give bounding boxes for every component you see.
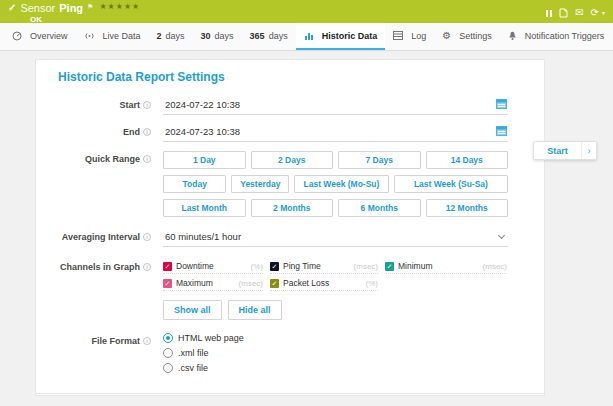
quick-range-6-months-button[interactable]: 6 Months xyxy=(338,199,421,217)
file-format-html-option[interactable]: HTML web page xyxy=(163,333,508,343)
quick-range-2-days-button[interactable]: 2 Days xyxy=(251,151,334,169)
mail-icon[interactable]: ✉ xyxy=(575,8,583,18)
quick-range-last-month-button[interactable]: Last Month xyxy=(163,199,246,217)
radio-icon[interactable] xyxy=(163,348,173,358)
info-icon[interactable] xyxy=(143,233,151,241)
tab-bar: Overview Live Data 2days 30days 365days … xyxy=(0,23,613,51)
tab-2-days[interactable]: 2days xyxy=(149,23,193,50)
main-content: Historic Data Report Settings Start 2024… xyxy=(0,51,613,406)
start-row: Start 2024-07-22 10:38 xyxy=(36,97,544,115)
start-more-button[interactable]: › xyxy=(581,142,596,159)
radio-icon[interactable] xyxy=(163,363,173,373)
priority-stars[interactable]: ★★★★★ xyxy=(99,1,140,13)
quick-range-14-days-button[interactable]: 14 Days xyxy=(426,151,509,169)
channels-row: Channels in Graph ✓ Downtime (%) ✓ Ping … xyxy=(36,259,544,320)
sensor-name[interactable]: Ping xyxy=(59,2,83,14)
quick-range-last-week-su-sa-button[interactable]: Last Week (Su-Sa) xyxy=(394,175,508,193)
hide-all-button[interactable]: Hide all xyxy=(228,300,282,320)
info-icon[interactable] xyxy=(143,155,151,163)
calendar-icon[interactable] xyxy=(496,125,507,138)
file-format-csv-option[interactable]: .csv file xyxy=(163,363,508,373)
sensor-type-label: Sensor xyxy=(20,2,55,14)
quick-range-2-months-button[interactable]: 2 Months xyxy=(251,199,334,217)
channel-checkbox[interactable]: ✓ xyxy=(163,262,172,271)
channel-checkbox[interactable]: ✓ xyxy=(385,262,394,271)
quick-range-today-button[interactable]: Today xyxy=(163,175,226,193)
bell-icon xyxy=(508,31,517,41)
end-label: End xyxy=(36,124,151,137)
tab-30-days[interactable]: 30days xyxy=(193,23,242,50)
refresh-icon[interactable]: ⟳ xyxy=(591,8,599,18)
priority-flag-icon: ⚑ xyxy=(87,1,93,13)
averaging-interval-row: Averaging Interval 60 minutes/1 hour xyxy=(36,229,544,247)
sensor-header: ✓ Sensor Ping ⚑ ★★★★★ OK ✉ ⟳ ▾ xyxy=(0,0,613,23)
channel-packet-loss[interactable]: ✓ Packet Loss (%) xyxy=(270,278,378,291)
channel-downtime[interactable]: ✓ Downtime (%) xyxy=(163,261,263,274)
live-data-icon xyxy=(84,31,95,41)
settings-heading: Historic Data Report Settings xyxy=(58,70,544,84)
channel-checkbox[interactable]: ✓ xyxy=(163,279,172,288)
quick-range-yesterday-button[interactable]: Yesterday xyxy=(231,175,289,193)
quick-range-12-months-button[interactable]: 12 Months xyxy=(426,199,509,217)
tab-settings[interactable]: ⚙ Settings xyxy=(434,23,500,50)
start-label: Start xyxy=(36,97,151,110)
caret-down-icon[interactable]: ▾ xyxy=(602,8,605,18)
start-button[interactable]: Start xyxy=(534,142,581,159)
section-divider xyxy=(36,393,544,394)
report-icon[interactable] xyxy=(559,4,568,22)
end-row: End 2024-07-23 10:38 xyxy=(36,124,544,142)
file-format-row: File Format HTML web page .xml file .csv… xyxy=(36,333,544,378)
quick-range-7-days-button[interactable]: 7 Days xyxy=(338,151,421,169)
file-format-label: File Format xyxy=(36,333,151,346)
chart-icon xyxy=(304,31,314,41)
info-icon[interactable] xyxy=(143,337,151,345)
tab-365-days[interactable]: 365days xyxy=(242,23,296,50)
info-icon[interactable] xyxy=(143,263,151,271)
tab-historic-data[interactable]: Historic Data xyxy=(296,23,386,50)
tab-live-data[interactable]: Live Data xyxy=(76,23,149,50)
quick-range-label: Quick Range xyxy=(36,151,151,164)
sensor-status-badge: OK xyxy=(30,15,613,24)
averaging-interval-select[interactable]: 60 minutes/1 hour xyxy=(163,229,508,247)
channel-checkbox[interactable]: ✓ xyxy=(270,279,279,288)
show-all-button[interactable]: Show all xyxy=(163,300,222,320)
channel-checkbox[interactable]: ✓ xyxy=(270,262,279,271)
channel-minimum[interactable]: ✓ Minimum (msec) xyxy=(385,261,507,274)
tab-log[interactable]: Log xyxy=(385,23,434,50)
sensor-title: ✓ Sensor Ping ⚑ ★★★★★ xyxy=(8,2,613,14)
info-icon[interactable] xyxy=(143,101,151,109)
status-check-icon: ✓ xyxy=(8,2,16,14)
gauge-icon xyxy=(12,31,22,41)
pause-icon[interactable] xyxy=(546,10,552,17)
log-table-icon xyxy=(393,31,403,40)
tab-overview[interactable]: Overview xyxy=(4,23,76,50)
channel-maximum[interactable]: ✓ Maximum (msec) xyxy=(163,278,263,291)
chevron-down-icon xyxy=(498,232,505,239)
averaging-interval-label: Averaging Interval xyxy=(36,229,151,242)
start-input[interactable]: 2024-07-22 10:38 xyxy=(163,97,508,115)
channel-ping-time[interactable]: ✓ Ping Time (msec) xyxy=(270,261,378,274)
quick-range-last-week-mo-su-button[interactable]: Last Week (Mo-Su) xyxy=(294,175,389,193)
start-action-group: Start › xyxy=(533,141,597,160)
tab-notification-triggers[interactable]: Notification Triggers xyxy=(500,23,613,50)
quick-range-row: Quick Range 1 Day 2 Days 7 Days 14 Days … xyxy=(36,151,544,217)
radio-selected-icon[interactable] xyxy=(163,333,173,343)
file-format-xml-option[interactable]: .xml file xyxy=(163,348,508,358)
info-icon[interactable] xyxy=(143,128,151,136)
quick-range-1-day-button[interactable]: 1 Day xyxy=(163,151,246,169)
calendar-icon[interactable] xyxy=(496,98,507,111)
gear-icon: ⚙ xyxy=(442,31,451,41)
end-input[interactable]: 2024-07-23 10:38 xyxy=(163,124,508,142)
historic-data-settings-panel: Historic Data Report Settings Start 2024… xyxy=(35,59,545,396)
channels-label: Channels in Graph xyxy=(36,259,151,272)
